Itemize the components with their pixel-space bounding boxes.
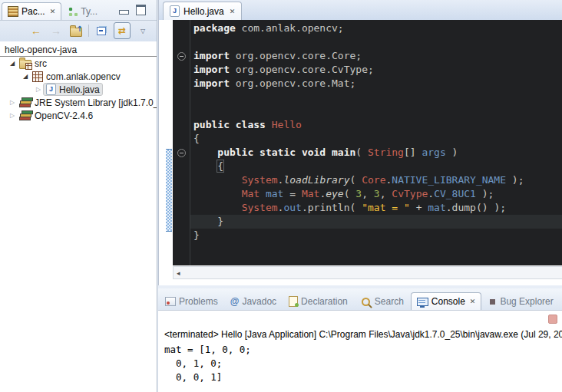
keyword-token: public class <box>193 119 266 130</box>
forward-arrow-icon: → <box>51 25 61 37</box>
scroll-left-arrow-icon[interactable]: ◂ <box>174 269 180 277</box>
editor-tab-hello-java[interactable]: Hello.java ✕ <box>163 2 242 20</box>
code-line: import org.opencv.core.CvType; <box>193 63 524 77</box>
tree-expand-arrow-icon[interactable]: ▷ <box>34 86 43 93</box>
forward-button[interactable]: → <box>48 23 64 38</box>
keyword-token: public static void main <box>217 147 355 158</box>
collapse-all-button[interactable] <box>94 23 109 38</box>
code-token: { <box>193 133 200 144</box>
tab-bug-explorer[interactable]: Bug Explorer <box>483 293 558 310</box>
close-icon[interactable]: ✕ <box>470 298 476 305</box>
code-token: ( <box>355 147 368 158</box>
library-icon <box>19 97 31 107</box>
code-editor[interactable]: package com.anlak.opencv;import org.open… <box>190 20 562 265</box>
console-body[interactable]: <terminated> Hello [Java Application] C:… <box>158 311 562 392</box>
code-token: System <box>242 202 278 213</box>
code-token: ( <box>350 202 362 213</box>
code-token <box>193 174 242 186</box>
tab-label: Bug Explorer <box>500 296 553 307</box>
link-with-editor-icon: ⇄ <box>118 25 126 36</box>
tab-label: Pac... <box>21 6 45 17</box>
code-token: CvType <box>392 188 428 199</box>
code-line: } <box>193 215 524 229</box>
tree-item-hello-java[interactable]: ▷Hello.java <box>0 83 157 96</box>
go-up-button[interactable] <box>68 23 84 38</box>
tab-label: Declaration <box>301 296 348 307</box>
tree-item-opencv-2-4-6[interactable]: ▷OpenCV-2.4.6 <box>0 109 157 122</box>
code-token: ) <box>446 147 458 158</box>
tab-declaration[interactable]: Declaration <box>283 293 353 310</box>
tree-item-label: com.anlak.opencv <box>46 71 121 82</box>
fold-collapse-icon[interactable] <box>177 52 186 61</box>
tab-label: Search <box>375 296 404 307</box>
package-explorer-view: Pac...✕Ty... ← → ⇄ ▽ hello-opencv-java◢s… <box>0 0 157 392</box>
back-arrow-icon: ← <box>31 25 41 37</box>
package-icon <box>32 71 43 82</box>
code-lines: package com.anlak.opencv;import org.open… <box>193 21 524 242</box>
keyword-token: import <box>193 77 230 89</box>
code-token: Mat <box>242 188 260 199</box>
view-menu-button[interactable]: ▽ <box>135 23 150 38</box>
code-token: 3 <box>355 188 362 199</box>
tree-item-src[interactable]: ◢src <box>0 57 157 70</box>
tab-pac[interactable]: Pac...✕ <box>2 2 61 20</box>
code-token: } <box>193 229 200 241</box>
tree-item-label: Hello.java <box>59 84 100 95</box>
editor-tabbar: Hello.java ✕ <box>159 0 562 21</box>
project-tree: hello-opencv-java◢src◢com.anlak.opencv▷H… <box>0 43 157 392</box>
code-token <box>193 188 242 199</box>
java-file-icon <box>46 84 56 95</box>
tab-ty[interactable]: Ty... <box>63 3 103 20</box>
console-toolbar <box>548 315 557 326</box>
minimize-view-icon[interactable] <box>119 10 129 15</box>
bottom-view-tabbar: ProblemsJavadocDeclarationSearchConsole✕… <box>158 288 562 311</box>
tab-problems[interactable]: Problems <box>160 293 223 310</box>
console-icon <box>417 298 428 306</box>
tab-console[interactable]: Console✕ <box>411 292 482 310</box>
tree-expand-arrow-icon[interactable]: ▷ <box>8 99 17 106</box>
code-token: eye <box>326 188 343 199</box>
javadoc-icon <box>230 296 240 307</box>
terminate-icon[interactable] <box>548 315 557 324</box>
tree-item-content: src <box>17 58 49 69</box>
tree-item-label: src <box>35 58 47 69</box>
code-token: + <box>410 202 428 213</box>
code-line: System.loadLibrary( Core.NATIVE_LIBRARY_… <box>193 173 524 187</box>
horizontal-scrollbar[interactable]: ◂ <box>173 266 562 279</box>
search-icon <box>362 298 370 306</box>
code-token: org.opencv.core.CvType; <box>230 64 374 75</box>
go-up-folder-icon <box>70 28 82 37</box>
code-token: println <box>308 202 350 213</box>
folding-ruler[interactable] <box>173 20 190 265</box>
close-icon[interactable]: ✕ <box>50 8 56 15</box>
tree-item-label: JRE System Library [jdk1.7.0_25] <box>35 97 157 108</box>
tree-expand-arrow-icon[interactable]: ◢ <box>21 73 30 80</box>
code-token: ); <box>506 174 524 186</box>
tree-item-com-anlak-opencv[interactable]: ◢com.anlak.opencv <box>0 70 157 83</box>
code-token <box>266 119 272 130</box>
tree-expand-arrow-icon[interactable]: ▷ <box>8 112 17 119</box>
code-token <box>193 147 217 158</box>
source-folder-icon <box>19 60 31 69</box>
bug-icon <box>490 299 495 305</box>
tree-item-hello-opencv-java[interactable]: hello-opencv-java <box>0 43 157 57</box>
tab-search[interactable]: Search <box>355 293 409 310</box>
tree-item-label: hello-opencv-java <box>5 44 77 55</box>
code-line <box>193 91 524 104</box>
console-output: mat = [1, 0, 0; 0, 1, 0; 0, 0, 1] <box>164 343 251 384</box>
close-icon[interactable]: ✕ <box>230 8 236 15</box>
link-with-editor-button[interactable]: ⇄ <box>114 22 131 39</box>
fold-collapse-icon[interactable] <box>177 149 186 157</box>
tab-javadoc[interactable]: Javadoc <box>225 293 282 310</box>
annotation-ruler[interactable] <box>159 20 173 265</box>
code-token: NATIVE_LIBRARY_NAME <box>392 174 506 186</box>
problems-icon <box>165 297 176 306</box>
keyword-token: import <box>193 64 230 75</box>
back-button[interactable]: ← <box>28 23 44 38</box>
editor-tab-label: Hello.java <box>183 6 224 17</box>
tree-item-jre-system-library-jdk1-7-0-25[interactable]: ▷JRE System Library [jdk1.7.0_25] <box>0 96 157 109</box>
maximize-view-icon[interactable] <box>136 5 146 15</box>
code-token: ( <box>350 174 362 186</box>
code-line: { <box>193 160 524 173</box>
tree-expand-arrow-icon[interactable]: ◢ <box>8 60 17 67</box>
